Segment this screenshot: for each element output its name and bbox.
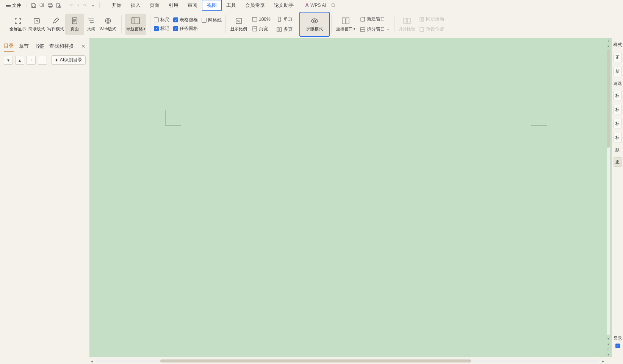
window-group: 重排窗口▾ 新建窗口 拆分窗口▾ bbox=[331, 12, 394, 36]
tab-page[interactable]: 页面 bbox=[145, 0, 164, 10]
svg-rect-26 bbox=[361, 18, 365, 21]
tab-view[interactable]: 视图 bbox=[202, 0, 222, 11]
svg-rect-20 bbox=[278, 17, 280, 22]
zoom-100-button[interactable]: 100% bbox=[250, 16, 272, 23]
zoom-group: % 显示比例 100% 页宽 单页 多页 bbox=[225, 12, 298, 36]
next-page-icon[interactable]: ▾ bbox=[607, 352, 610, 357]
redo-button[interactable]: ↷ bbox=[80, 1, 89, 9]
side-by-side-button[interactable]: 并排比较 bbox=[398, 14, 416, 35]
writing-icon bbox=[52, 17, 60, 25]
scroll-down-arrow[interactable]: ▾ bbox=[607, 336, 610, 341]
arrange-window-button[interactable]: 重排窗口▾ bbox=[335, 14, 356, 35]
scroll-options-icon[interactable]: ⋮ bbox=[606, 38, 611, 43]
save-button[interactable] bbox=[29, 1, 38, 9]
eye-mode-button[interactable]: 护眼模式 bbox=[299, 12, 330, 37]
page-icon bbox=[70, 17, 79, 25]
writing-mode-button[interactable]: 写作模式 bbox=[46, 14, 65, 35]
single-page-button[interactable]: 单页 bbox=[275, 15, 294, 23]
undo-dropdown[interactable]: ▾ bbox=[76, 1, 80, 9]
style-item-active[interactable]: 正 bbox=[614, 157, 622, 167]
new-window-button[interactable]: 新建窗口 bbox=[358, 15, 390, 23]
tab-insert[interactable]: 插入 bbox=[126, 0, 145, 10]
style-item[interactable]: 标 bbox=[614, 105, 622, 114]
qat-more[interactable]: ▾ bbox=[89, 1, 97, 9]
tab-thesis[interactable]: 论文助手 bbox=[269, 0, 298, 10]
page-width-button[interactable]: 页宽 bbox=[250, 25, 272, 33]
nav-close-button[interactable]: ✕ bbox=[81, 43, 86, 49]
style-item[interactable]: 新 bbox=[614, 67, 622, 76]
separator bbox=[99, 2, 100, 8]
navpane-group: 导航窗格▾ bbox=[121, 12, 150, 36]
file-menu[interactable]: 文件 bbox=[3, 2, 24, 9]
vscroll-track[interactable] bbox=[607, 49, 610, 335]
scroll-up-arrow[interactable]: ▴ bbox=[607, 43, 610, 48]
gridlines-checkbox[interactable]: 网格线 bbox=[202, 17, 222, 23]
expand-down-button[interactable]: ▾ bbox=[4, 56, 13, 65]
prev-page-icon[interactable]: ▴ bbox=[607, 341, 610, 347]
hundred-icon bbox=[252, 17, 257, 22]
tab-member[interactable]: 会员专享 bbox=[241, 0, 269, 10]
table-frame-checkbox[interactable]: ✓表格虚框 bbox=[173, 17, 198, 23]
vscroll-thumb[interactable] bbox=[607, 49, 610, 148]
wps-ai-button[interactable]: A WPS AI bbox=[305, 2, 326, 8]
hscroll-right-arrow[interactable]: ▸ bbox=[601, 359, 606, 363]
zoom-ratio-button[interactable]: % 显示比例 bbox=[229, 14, 248, 35]
hscroll-left-arrow[interactable]: ◂ bbox=[89, 359, 94, 363]
percent-icon: % bbox=[235, 17, 243, 25]
table-frame-label: 表格虚框 bbox=[180, 17, 198, 23]
hscroll-track[interactable] bbox=[96, 359, 599, 362]
show-preview-checkbox[interactable]: ✓ bbox=[615, 344, 620, 348]
add-button[interactable]: ＋ bbox=[27, 56, 36, 65]
style-item[interactable]: 标 bbox=[614, 91, 622, 100]
reading-mode-button[interactable]: 阅读版式 bbox=[27, 14, 46, 35]
nav-pane-button[interactable]: 导航窗格▾ bbox=[125, 14, 146, 35]
split-icon bbox=[360, 27, 365, 32]
page-view-button[interactable]: 页面 bbox=[65, 14, 84, 35]
marks-label: 标记 bbox=[160, 25, 169, 32]
nav-tab-bookmark[interactable]: 书签 bbox=[34, 41, 44, 51]
style-item[interactable]: 标 bbox=[614, 119, 622, 128]
nav-tab-find[interactable]: 查找和替换 bbox=[49, 41, 74, 51]
style-item[interactable]: 标 bbox=[614, 133, 622, 142]
reset-icon bbox=[419, 27, 424, 32]
collapse-up-button[interactable]: ▴ bbox=[15, 56, 24, 65]
fullscreen-label: 全屏显示 bbox=[9, 26, 26, 32]
ai-recognize-toc-button[interactable]: ✦ AI识别目录 bbox=[51, 55, 86, 65]
remove-button[interactable]: － bbox=[38, 56, 47, 65]
nav-tab-chapter[interactable]: 章节 bbox=[19, 41, 29, 51]
print-preview-button[interactable] bbox=[54, 1, 63, 9]
nav-tools: ▾ ▴ ＋ － ✦ AI识别目录 bbox=[0, 52, 89, 69]
compare-group: 并排比较 同步滚动 重设位置 bbox=[394, 12, 449, 36]
tab-review[interactable]: 审阅 bbox=[183, 0, 202, 10]
outline-button[interactable]: 大纲 bbox=[84, 14, 99, 35]
print-button[interactable] bbox=[46, 1, 54, 9]
svg-point-23 bbox=[313, 20, 316, 22]
document-canvas[interactable] bbox=[89, 38, 623, 357]
tab-start[interactable]: 开始 bbox=[107, 0, 126, 10]
arrange-label: 重排窗口 bbox=[336, 26, 353, 32]
fullscreen-button[interactable]: 全屏显示 bbox=[8, 14, 27, 35]
horizontal-scrollbar[interactable]: ◂ ▸ bbox=[89, 358, 606, 364]
navpane-label: 导航窗格 bbox=[126, 26, 143, 32]
wps-ai-label: WPS AI bbox=[310, 3, 326, 8]
nav-tab-toc[interactable]: 目录 bbox=[4, 41, 14, 52]
tab-tools[interactable]: 工具 bbox=[222, 0, 241, 10]
web-view-button[interactable]: Web版式 bbox=[99, 14, 117, 35]
undo-button[interactable]: ↶ bbox=[67, 1, 76, 9]
task-pane-checkbox[interactable]: ✓任务窗格 bbox=[173, 25, 198, 32]
views-group: 全屏显示 阅读版式 写作模式 页面 大纲 Web版式 bbox=[5, 12, 121, 36]
vertical-scrollbar[interactable]: ⋮ ▴ ▾ ▴ ○ ▾ bbox=[606, 38, 611, 357]
tab-reference[interactable]: 引用 bbox=[164, 0, 183, 10]
export-button[interactable] bbox=[38, 1, 46, 9]
search-button[interactable] bbox=[329, 1, 337, 9]
styles-pane: 样式 正 新 请选 标 标 标 标 默 正 显示 ✓ bbox=[612, 38, 623, 357]
ruler-checkbox[interactable]: 标尺 bbox=[154, 17, 169, 23]
marks-checkbox[interactable]: ✓标记 bbox=[154, 25, 169, 32]
outline-label: 大纲 bbox=[87, 26, 95, 32]
hscroll-thumb[interactable] bbox=[160, 359, 471, 362]
split-window-button[interactable]: 拆分窗口▾ bbox=[358, 25, 390, 33]
browse-object-icon[interactable]: ○ bbox=[606, 347, 610, 352]
multi-page-button[interactable]: 多页 bbox=[275, 25, 294, 33]
style-item[interactable]: 正 bbox=[614, 53, 622, 62]
ai-logo-icon: A bbox=[305, 2, 309, 8]
